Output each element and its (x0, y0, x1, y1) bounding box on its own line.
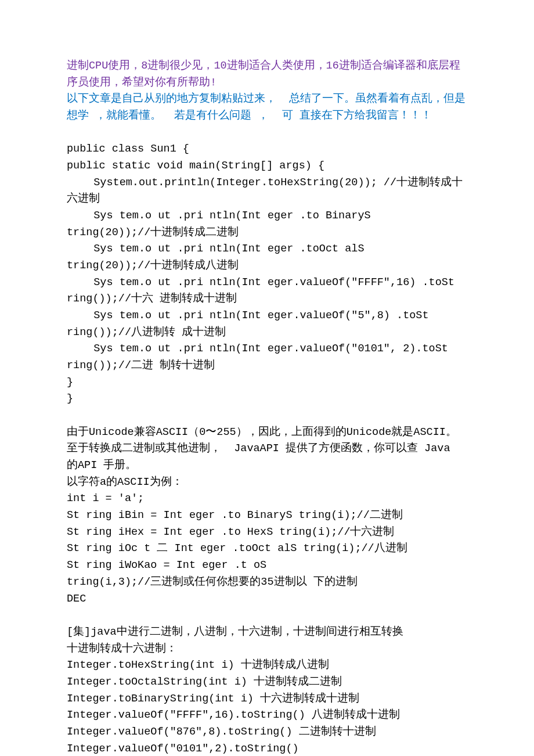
text-line: public class Sun1 { (67, 141, 467, 158)
text-line: System.out.println(Integer.toHexString(2… (67, 175, 467, 208)
text-line: Sys tem.o ut .pri ntln(Int eger.valueOf(… (67, 341, 467, 358)
text-line: St ring iWoKao = Int eger .t oS (67, 557, 467, 574)
blank-line (67, 408, 467, 424)
text-line: Sys tem.o ut .pri ntln(Int eger .to Bina… (67, 208, 467, 225)
text-line: ring());//二进 制转十进制 (67, 358, 467, 375)
document-page: 进制CPU使用，8进制很少见，10进制适合人类使用，16进制适合编译器和底层程序… (0, 0, 534, 756)
text-line: Integer.toOctalString(int i) 十进制转成二进制 (67, 674, 467, 691)
text-line: } (67, 391, 467, 408)
text-line: Sys tem.o ut .pri ntln(Int eger.valueOf(… (67, 308, 467, 325)
blank-line (67, 607, 467, 624)
text-line: 以字符a的ASCII为例： (67, 474, 467, 491)
text-line: ring());//十六 进制转成十进制 (67, 291, 467, 308)
text-line: 以下文章是自己从别的地方复制粘贴过来， 总结了一下。虽然看着有点乱，但是想学 ，… (67, 91, 467, 124)
text-line: Sys tem.o ut .pri ntln(Int eger .toOct a… (67, 241, 467, 258)
text-line: 进制CPU使用，8进制很少见，10进制适合人类使用，16进制适合编译器和底层程序… (67, 58, 467, 91)
text-line: public static void main(String[] args) { (67, 158, 467, 175)
blank-line (67, 125, 467, 142)
text-line: ring());//八进制转 成十进制 (67, 325, 467, 341)
text-line: tring(20));//十进制转成二进制 (67, 225, 467, 242)
text-line: Sys tem.o ut .pri ntln(Int eger.valueOf(… (67, 275, 467, 291)
text-line: tring(20));//十进制转成八进制 (67, 258, 467, 275)
text-line: St ring iOc t 二 Int eger .toOct alS trin… (67, 541, 467, 557)
text-line: int i = 'a'; (67, 491, 467, 507)
text-line: Integer.toBinaryString(int i) 十六进制转成十进制 (67, 691, 467, 708)
text-line: DEC (67, 591, 467, 608)
text-line: Integer.valueOf("0101",2).toString() (67, 741, 467, 756)
text-line: St ring iHex = Int eger .to HexS tring(i… (67, 524, 467, 541)
text-line: Integer.valueOf("876",8).toString() 二进制转… (67, 724, 467, 741)
text-line: tring(i,3);//三进制或任何你想要的35进制以 下的进制 (67, 574, 467, 591)
text-line: 由于Unicode兼容ASCII（0〜255），因此，上面得到的Unicode就… (67, 424, 467, 441)
text-line: 十进制转成十六进制： (67, 641, 467, 658)
text-line: Integer.valueOf("FFFF",16).toString() 八进… (67, 707, 467, 724)
text-line: St ring iBin = Int eger .to BinaryS trin… (67, 507, 467, 524)
text-line: [集]java中进行二进制，八进制，十六进制，十进制间进行相互转换 (67, 624, 467, 641)
text-line: 至于转换成二进制或其他进制， JavaAPI 提供了方便函数，你可以查 Java… (67, 441, 467, 474)
text-line: Integer.toHexString(int i) 十进制转成八进制 (67, 657, 467, 674)
text-line: } (67, 375, 467, 391)
